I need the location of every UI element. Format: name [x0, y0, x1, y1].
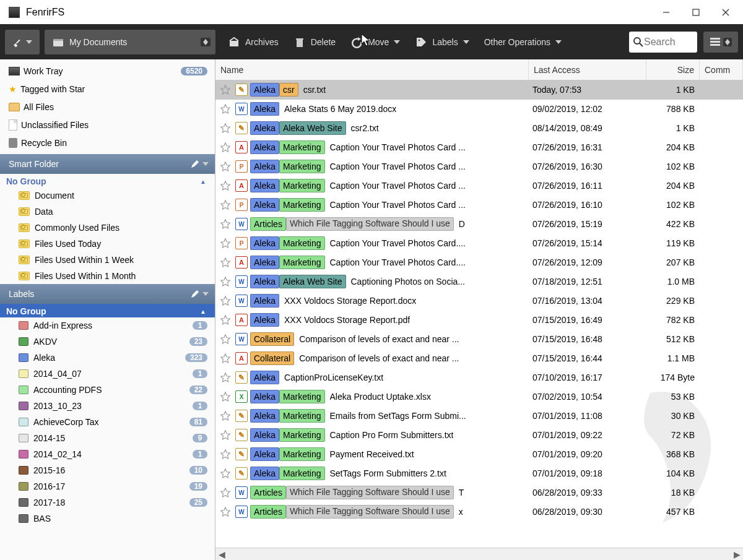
star-toggle[interactable] — [220, 180, 231, 191]
paint-button[interactable] — [5, 30, 40, 54]
file-row[interactable]: AlekaAleka Stats 6 May 2019.docx09/02/20… — [215, 100, 743, 119]
file-row[interactable]: AlekaMarketingCaption Your Travel Photos… — [215, 234, 743, 253]
smart-folder-item[interactable]: Files Used Within 1 Month — [0, 268, 215, 284]
file-row[interactable]: AlekaMarketingCaption Pro Form Submitter… — [215, 426, 743, 445]
star-toggle[interactable] — [220, 276, 231, 287]
star-toggle[interactable] — [220, 103, 231, 114]
file-row[interactable]: AlekaXXX Voldocs Storage Report.docx07/1… — [215, 291, 743, 311]
file-row[interactable]: CollateralComparison of levels of exact … — [215, 349, 743, 368]
window-close-button[interactable] — [711, 3, 741, 22]
star-toggle[interactable] — [220, 429, 231, 441]
label-item[interactable]: 2013_10_231 — [0, 398, 215, 414]
smart-folder-header[interactable]: Smart Folder — [0, 154, 215, 174]
archives-button[interactable]: Archives — [222, 30, 285, 54]
file-row[interactable]: AlekaMarketingCaption Your Travel Photos… — [215, 157, 743, 176]
column-comments[interactable]: Comm — [700, 59, 743, 80]
star-toggle[interactable] — [220, 161, 231, 172]
label-item[interactable]: 2014_04_071 — [0, 366, 215, 382]
location-dropdown[interactable]: My Documents — [45, 30, 215, 54]
sidebar-item[interactable]: Recycle Bin — [0, 134, 215, 152]
move-button[interactable]: Move — [344, 30, 406, 54]
sidebar-item[interactable]: Work Tray6520 — [0, 62, 215, 80]
label-item[interactable]: Accounting PDFS22 — [0, 382, 215, 398]
star-toggle[interactable] — [220, 84, 231, 95]
horizontal-scrollbar[interactable]: ◀ ▶ — [215, 548, 743, 560]
star-toggle[interactable] — [220, 199, 231, 210]
labels-panel-header[interactable]: Labels — [0, 284, 215, 304]
star-toggle[interactable] — [220, 142, 231, 153]
other-operations-button[interactable]: Other Operations — [478, 30, 568, 54]
sidebar-item[interactable]: All Files — [0, 98, 215, 116]
file-row[interactable]: ArticlesWhich File Tagging Software Shou… — [215, 483, 743, 502]
window-maximize-button[interactable] — [681, 3, 711, 22]
file-type-icon — [235, 486, 248, 499]
smart-folder-item[interactable]: Commonly Used Files — [0, 220, 215, 236]
window-minimize-button[interactable] — [651, 3, 681, 22]
file-row[interactable]: AlekaMarketingPayment Received.txt07/01/… — [215, 445, 743, 464]
star-toggle[interactable] — [220, 506, 231, 517]
label-item[interactable]: 2016-1719 — [0, 478, 215, 494]
file-row[interactable]: AlekaXXX Voldocs Storage Report.pdf07/15… — [215, 311, 743, 330]
label-item[interactable]: BAS — [0, 510, 215, 527]
label-item[interactable]: AKDV23 — [0, 334, 215, 350]
file-row[interactable]: ArticlesWhich File Tagging Software Shou… — [215, 502, 743, 522]
labels-button[interactable]: Labels — [409, 30, 475, 54]
file-last-access: 07/26/2019, 15:19 — [529, 219, 646, 229]
file-row[interactable]: AlekaMarketingCaption Your Travel Photos… — [215, 138, 743, 157]
file-row[interactable]: Alekacsrcsr.txtToday, 07:531 KB — [215, 80, 743, 100]
other-label: Other Operations — [484, 37, 550, 47]
smart-folder-item[interactable]: Files Used Within 1 Week — [0, 252, 215, 268]
file-last-access: 07/15/2019, 16:49 — [529, 315, 646, 325]
search-input[interactable] — [644, 37, 681, 48]
star-toggle[interactable] — [220, 353, 231, 364]
smart-folder-item[interactable]: Document — [0, 187, 215, 204]
star-toggle[interactable] — [220, 468, 231, 479]
star-toggle[interactable] — [220, 257, 231, 268]
file-row[interactable]: AlekaMarketingEmails from SetTags Form S… — [215, 407, 743, 426]
file-row[interactable]: AlekaCaptionProLicenseKey.txt07/10/2019,… — [215, 368, 743, 387]
label-item[interactable]: AchieveCorp Tax81 — [0, 414, 215, 430]
file-row[interactable]: AlekaMarketingAleka Product Uptake.xlsx0… — [215, 387, 743, 407]
search-box[interactable] — [629, 32, 697, 53]
sidebar-item[interactable]: Unclassified Files — [0, 116, 215, 134]
file-row[interactable]: ArticlesWhich File Tagging Software Shou… — [215, 215, 743, 234]
column-name[interactable]: Name — [215, 59, 529, 80]
scroll-right-icon[interactable]: ▶ — [731, 548, 743, 560]
scroll-left-icon[interactable]: ◀ — [215, 548, 228, 560]
file-row[interactable]: AlekaMarketingCaption Your Travel Photos… — [215, 176, 743, 196]
label-item[interactable]: 2014-159 — [0, 430, 215, 446]
file-row[interactable]: AlekaMarketingSetTags Form Submitters 2.… — [215, 464, 743, 483]
file-row[interactable]: AlekaMarketingCaption Your Travel Photos… — [215, 196, 743, 215]
star-toggle[interactable] — [220, 449, 231, 460]
label-item[interactable]: Add-in Express1 — [0, 317, 215, 334]
edit-icon — [190, 289, 200, 299]
star-toggle[interactable] — [220, 372, 231, 383]
star-toggle[interactable] — [220, 218, 231, 230]
labels-nogroup[interactable]: No Group ▲ — [0, 304, 215, 317]
label-item[interactable]: 2017-1825 — [0, 494, 215, 510]
smart-folder-nogroup[interactable]: No Group ▲ — [0, 174, 215, 187]
star-toggle[interactable] — [220, 391, 231, 402]
smart-folder-label: Files Used Within 1 Week — [35, 255, 134, 265]
star-toggle[interactable] — [220, 334, 231, 345]
column-size[interactable]: Size — [646, 59, 700, 80]
delete-button[interactable]: Delete — [287, 30, 342, 54]
smart-folder-item[interactable]: Files Used Today — [0, 236, 215, 252]
sidebar-item[interactable]: ★Tagged with Star — [0, 80, 215, 98]
file-row[interactable]: AlekaAleka Web Sitecsr2.txt08/14/2019, 0… — [215, 119, 743, 138]
file-row[interactable]: AlekaMarketingCaption Your Travel Photos… — [215, 253, 743, 272]
star-toggle[interactable] — [220, 238, 231, 249]
star-toggle[interactable] — [220, 410, 231, 421]
label-item[interactable]: 2014_02_141 — [0, 446, 215, 462]
star-toggle[interactable] — [220, 295, 231, 306]
view-mode-button[interactable] — [703, 32, 738, 53]
label-item[interactable]: Aleka323 — [0, 350, 215, 366]
smart-folder-item[interactable]: Data — [0, 204, 215, 220]
star-toggle[interactable] — [220, 487, 231, 498]
star-toggle[interactable] — [220, 314, 231, 325]
file-row[interactable]: AlekaAleka Web SiteCaptioning Photos on … — [215, 272, 743, 291]
star-toggle[interactable] — [220, 123, 231, 134]
label-item[interactable]: 2015-1610 — [0, 462, 215, 478]
file-row[interactable]: CollateralComparison of levels of exact … — [215, 330, 743, 349]
column-last-access[interactable]: Last Access — [529, 59, 646, 80]
